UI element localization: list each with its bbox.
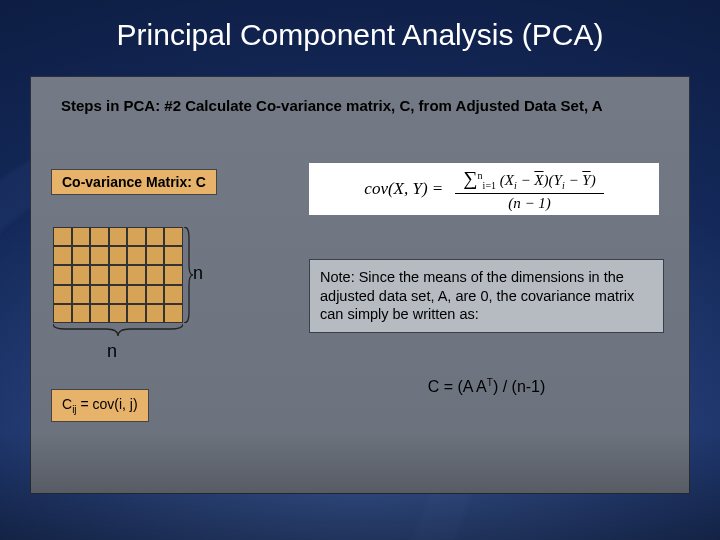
- simplified-rhs: ) / (n-1): [493, 378, 545, 395]
- simplified-lhs: C = (A A: [428, 378, 487, 395]
- cij-rest: = cov(i, j): [77, 396, 138, 412]
- term-close: ): [591, 172, 596, 188]
- slide-title: Principal Component Analysis (PCA): [0, 18, 720, 52]
- x-bar: X: [534, 172, 543, 188]
- matrix-n-rows: n: [193, 263, 203, 284]
- fraction-denominator: (n − 1): [508, 194, 551, 212]
- content-panel: Steps in PCA: #2 Calculate Co-variance m…: [30, 76, 690, 494]
- note-box: Note: Since the means of the dimensions …: [309, 259, 664, 333]
- term-open: (X: [500, 172, 514, 188]
- slide: Principal Component Analysis (PCA) Steps…: [0, 0, 720, 540]
- minus1: −: [517, 172, 535, 188]
- term-mid: )(Y: [544, 172, 562, 188]
- simplified-formula: C = (A AT) / (n-1): [309, 377, 664, 396]
- brace-bottom-icon: [53, 323, 183, 337]
- brace-right-icon: [183, 227, 193, 323]
- fraction: ∑ni=1 (Xi − X)(Yi − Y) (n − 1): [455, 166, 603, 212]
- step-heading: Steps in PCA: #2 Calculate Co-variance m…: [61, 97, 603, 114]
- sigma-icon: ∑: [463, 167, 477, 189]
- covariance-matrix-label: Co-variance Matrix: C: [51, 169, 217, 195]
- cov-lhs: cov(X, Y) =: [364, 179, 443, 199]
- y-bar: Y: [582, 172, 590, 188]
- minus2: −: [565, 172, 583, 188]
- fraction-numerator: ∑ni=1 (Xi − X)(Yi − Y): [455, 166, 603, 194]
- matrix-n-cols: n: [107, 341, 117, 362]
- cij-prefix: C: [62, 396, 72, 412]
- matrix-grid: [53, 227, 183, 323]
- cij-definition: Cij = cov(i, j): [51, 389, 149, 422]
- sum-lower: i=1: [483, 180, 496, 191]
- covariance-formula: cov(X, Y) = ∑ni=1 (Xi − X)(Yi − Y) (n − …: [309, 163, 659, 215]
